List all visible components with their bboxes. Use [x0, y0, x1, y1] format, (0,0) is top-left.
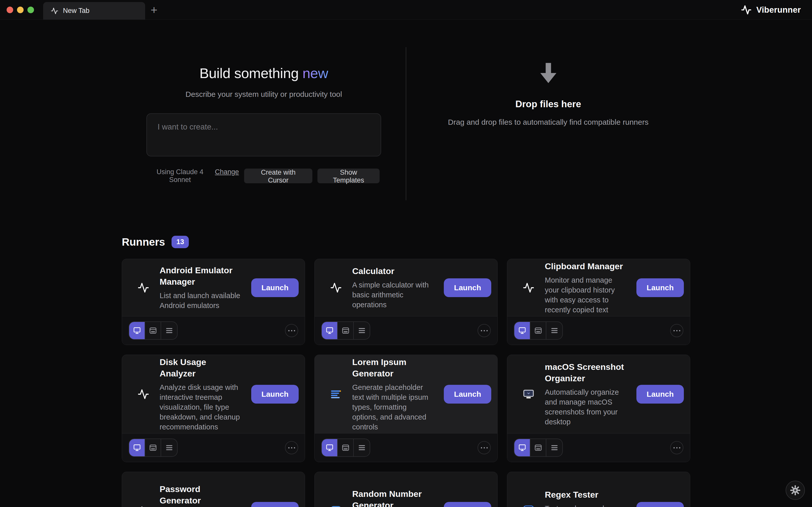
- launch-button[interactable]: Launch: [444, 385, 491, 404]
- text-lines-icon: [329, 389, 343, 400]
- ellipsis-icon[interactable]: [477, 441, 491, 454]
- dropzone[interactable]: Drop files here Drag and drop files to a…: [406, 47, 690, 200]
- view-mode-segmented-control: [321, 322, 370, 340]
- prompt-input[interactable]: [146, 113, 381, 156]
- runners-count-badge: 13: [171, 236, 189, 248]
- runners-grid: Android Emulator Manager List and launch…: [122, 259, 690, 507]
- view-mode-segmented-control: [321, 439, 370, 457]
- launch-button[interactable]: Launch: [251, 385, 299, 404]
- runner-title: Clipboard Manager: [545, 261, 627, 272]
- ellipsis-icon[interactable]: [477, 324, 491, 337]
- launch-button[interactable]: Launch: [637, 278, 684, 297]
- runner-title: Lorem Ipsum Generator: [352, 356, 434, 379]
- runner-description: Generate placeholder text with multiple …: [352, 383, 434, 432]
- monitor-icon[interactable]: [514, 439, 530, 456]
- monitor-icon[interactable]: [129, 322, 145, 339]
- view-mode-segmented-control: [514, 322, 563, 340]
- page-title: Build something new: [199, 65, 328, 81]
- list-icon[interactable]: [161, 439, 177, 456]
- runners-section: Runners 13 Android Emulator Manager List…: [122, 236, 690, 507]
- runner-description: Automatically organize and manage macOS …: [545, 387, 627, 427]
- activity-icon: [137, 505, 150, 507]
- create-with-cursor-button[interactable]: Create with Cursor: [244, 169, 313, 183]
- runner-title: Random Number Generator: [352, 488, 434, 507]
- minimize-window-button[interactable]: [17, 7, 23, 13]
- runner-description: Analyze disk usage with interactive tree…: [160, 383, 242, 432]
- change-model-link[interactable]: Change: [215, 168, 239, 176]
- activity-icon: [137, 282, 150, 293]
- regex-icon: [522, 505, 535, 507]
- new-tab-button[interactable]: +: [145, 0, 163, 19]
- runner-description: Monitor and manage your clipboard histor…: [545, 275, 627, 315]
- show-templates-button[interactable]: Show Templates: [317, 169, 379, 183]
- window-icon[interactable]: [530, 439, 546, 456]
- runner-card: Regex Tester Test, analyze, and understa…: [507, 472, 690, 507]
- launch-button[interactable]: Launch: [637, 385, 684, 404]
- brand-label: Viberunner: [756, 5, 801, 15]
- view-mode-segmented-control: [129, 322, 177, 340]
- activity-icon: [522, 282, 535, 293]
- monitor-icon[interactable]: [129, 439, 145, 456]
- monitor-icon[interactable]: [322, 322, 338, 339]
- view-mode-segmented-control: [129, 439, 177, 457]
- model-row: Using Claude 4 Sonnet Change Create with…: [148, 168, 379, 184]
- runner-card: Password Generator Generate secure passw…: [122, 472, 305, 507]
- window-icon[interactable]: [145, 322, 161, 339]
- brand: Viberunner: [741, 0, 801, 19]
- traffic-lights: [7, 7, 34, 13]
- page-subtitle: Describe your system utility or producti…: [186, 90, 342, 99]
- runners-header: Runners 13: [122, 236, 690, 248]
- runner-title: macOS Screenshot Organizer: [545, 361, 627, 384]
- list-icon[interactable]: [546, 322, 562, 339]
- dropzone-subtitle: Drag and drop files to automatically fin…: [443, 116, 654, 128]
- runner-title: Regex Tester: [545, 489, 627, 500]
- list-icon[interactable]: [546, 439, 562, 456]
- ellipsis-icon[interactable]: [670, 441, 683, 454]
- window-icon[interactable]: [338, 439, 354, 456]
- list-icon[interactable]: [354, 322, 370, 339]
- window-icon[interactable]: [338, 322, 354, 339]
- monitor-icon[interactable]: [514, 322, 530, 339]
- runner-description: List and launch available Android emulat…: [160, 291, 242, 311]
- model-info: Using Claude 4 Sonnet Change: [148, 168, 239, 184]
- runner-card: Disk Usage Analyzer Analyze disk usage w…: [122, 355, 305, 462]
- runner-card: Random Number Generator Generate random …: [314, 472, 498, 507]
- monitor-icon[interactable]: [322, 439, 338, 456]
- launch-button[interactable]: Launch: [637, 502, 684, 507]
- runner-title: Disk Usage Analyzer: [160, 356, 242, 379]
- dice-icon: [329, 506, 343, 507]
- view-mode-segmented-control: [514, 439, 563, 457]
- runner-card: Lorem Ipsum Generator Generate placehold…: [314, 355, 498, 462]
- launch-button[interactable]: Launch: [251, 278, 299, 297]
- launch-button[interactable]: Launch: [444, 278, 491, 297]
- ellipsis-icon[interactable]: [670, 324, 683, 337]
- dropzone-title: Drop files here: [515, 99, 581, 110]
- titlebar: New Tab + Viberunner: [0, 0, 812, 20]
- launch-button[interactable]: Launch: [251, 502, 299, 507]
- activity-icon: [137, 388, 150, 400]
- activity-icon: [51, 7, 58, 15]
- activity-icon: [741, 5, 752, 15]
- arrow-down-icon: [539, 63, 558, 83]
- runner-description: Test, analyze, and understand regular ex…: [545, 504, 627, 507]
- launch-button[interactable]: Launch: [444, 502, 491, 507]
- gear-icon[interactable]: [785, 481, 805, 500]
- close-window-button[interactable]: [7, 7, 13, 13]
- runner-title: Android Emulator Manager: [160, 265, 242, 287]
- hero-section: Build something new Describe your system…: [122, 47, 690, 200]
- runner-card: Calculator A simple calculator with basi…: [314, 259, 498, 345]
- activity-icon: [329, 282, 343, 293]
- list-icon[interactable]: [354, 439, 370, 456]
- screen-icon: [522, 388, 535, 400]
- window-icon[interactable]: [145, 439, 161, 456]
- window-icon[interactable]: [530, 322, 546, 339]
- ellipsis-icon[interactable]: [285, 441, 298, 454]
- zoom-window-button[interactable]: [28, 7, 34, 13]
- builder-panel: Build something new Describe your system…: [122, 47, 406, 200]
- runner-title: Password Generator: [160, 484, 242, 506]
- title-highlight: new: [302, 65, 328, 81]
- list-icon[interactable]: [161, 322, 177, 339]
- tab-new-tab[interactable]: New Tab: [43, 2, 145, 19]
- runners-heading: Runners: [122, 236, 165, 248]
- ellipsis-icon[interactable]: [285, 324, 298, 337]
